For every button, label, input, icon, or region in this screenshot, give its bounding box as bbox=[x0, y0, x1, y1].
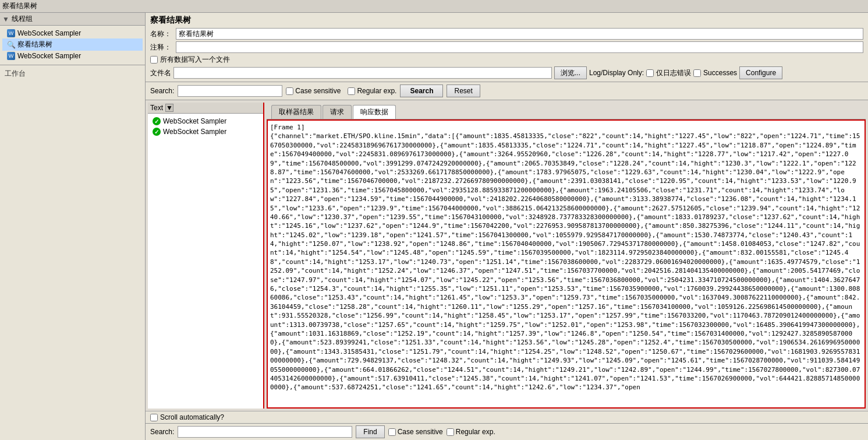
log-errors-checkbox[interactable] bbox=[646, 69, 654, 77]
scroll-auto-row: Scroll automatically? bbox=[146, 411, 868, 423]
websocket-icon-2: W bbox=[7, 52, 15, 60]
bottom-search-label: Search: bbox=[150, 428, 174, 436]
sidebar-section-label: 线程组 bbox=[12, 14, 33, 24]
bottom-case-sensitive-checkbox[interactable] bbox=[388, 428, 396, 436]
find-button[interactable]: Find bbox=[356, 425, 384, 438]
successes-label: Successes bbox=[703, 69, 737, 77]
log-errors-label: 仅日志错误 bbox=[656, 68, 691, 78]
websocket-icon-1: W bbox=[7, 29, 15, 37]
name-row: 名称： bbox=[150, 28, 863, 40]
regular-exp-checkbox[interactable] bbox=[348, 87, 355, 95]
sidebar-item-ws2-label: WebSocket Sampler bbox=[17, 52, 81, 60]
file-checkbox-row: 所有数据写入一个文件 bbox=[150, 55, 863, 65]
content-area: 察看结果树 名称： 注释： 所有数据写入一个文件 文件名 浏览... bbox=[146, 13, 868, 440]
bottom-case-sensitive-option: Case sensitive bbox=[388, 428, 443, 436]
search-input[interactable] bbox=[178, 85, 282, 97]
configure-button[interactable]: Configure bbox=[739, 66, 782, 79]
comment-label: 注释： bbox=[150, 43, 171, 52]
successes-checkbox[interactable] bbox=[693, 69, 701, 77]
thread-group-icon: ▼ bbox=[2, 15, 9, 23]
tab-sampler-result[interactable]: 取样器结果 bbox=[271, 105, 321, 119]
search-bar: Search: Case sensitive Regular exp. Sear… bbox=[146, 82, 868, 100]
sidebar-item-ws2[interactable]: W WebSocket Sampler bbox=[2, 51, 143, 61]
result-content[interactable]: [Frame 1] {"channel":"market.ETH/SPO.kli… bbox=[268, 121, 865, 407]
tree-header-dropdown[interactable]: ▼ bbox=[165, 104, 173, 112]
content-header: 察看结果树 名称： 注释： 所有数据写入一个文件 文件名 浏览... bbox=[146, 13, 868, 82]
file-name-label: 文件名 bbox=[150, 68, 171, 78]
top-bar: 察看结果树 bbox=[0, 0, 868, 13]
sidebar-item-tree1[interactable]: 🔍 察看结果树 bbox=[2, 38, 143, 51]
bottom-case-sensitive-label: Case sensitive bbox=[398, 428, 443, 436]
scroll-auto-checkbox[interactable] bbox=[150, 414, 158, 421]
status-icon-green-2: ✓ bbox=[153, 128, 161, 136]
tab-bar: 取样器结果 请求 响应数据 bbox=[267, 103, 866, 119]
bottom-regular-exp-option: Regular exp. bbox=[447, 428, 495, 436]
name-label: 名称： bbox=[150, 29, 171, 39]
tree-items-list: ✓ WebSocket Sampler ✓ WebSocket Sampler bbox=[148, 114, 263, 139]
panel-area: Text ▼ ✓ WebSocket Sampler ✓ WebSocket S… bbox=[146, 100, 868, 411]
tree-item-ws1-label: WebSocket Sampler bbox=[163, 117, 226, 125]
tab-response-data[interactable]: 响应数据 bbox=[353, 105, 396, 119]
result-tree-icon: 🔍 bbox=[7, 41, 15, 49]
file-input-row: 文件名 浏览... Log/Display Only: 仅日志错误 Succes… bbox=[150, 66, 863, 79]
bottom-regular-exp-label: Regular exp. bbox=[456, 428, 495, 436]
reset-button[interactable]: Reset bbox=[447, 85, 480, 97]
bottom-regular-exp-checkbox[interactable] bbox=[447, 428, 454, 436]
tree-header: Text ▼ bbox=[148, 103, 263, 114]
bottom-search-input[interactable] bbox=[178, 426, 352, 438]
tree-panel: Text ▼ ✓ WebSocket Sampler ✓ WebSocket S… bbox=[148, 103, 264, 409]
result-panel: [Frame 1] {"channel":"market.ETH/SPO.kli… bbox=[267, 119, 866, 409]
case-sensitive-option: Case sensitive bbox=[286, 87, 341, 95]
comment-input[interactable] bbox=[176, 41, 863, 53]
case-sensitive-label: Case sensitive bbox=[295, 87, 341, 95]
tree-item-ws1[interactable]: ✓ WebSocket Sampler bbox=[150, 116, 261, 126]
status-icon-green-1: ✓ bbox=[153, 117, 161, 125]
name-input[interactable] bbox=[176, 28, 863, 40]
content-title: 察看结果树 bbox=[150, 15, 863, 26]
search-button[interactable]: Search bbox=[400, 85, 443, 97]
sidebar-item-ws1[interactable]: W WebSocket Sampler bbox=[2, 28, 143, 38]
tree-item-ws2-label: WebSocket Sampler bbox=[163, 128, 226, 136]
browse-button[interactable]: 浏览... bbox=[554, 66, 587, 79]
sidebar-item-tree1-label: 察看结果树 bbox=[17, 40, 52, 50]
search-options: Case sensitive Regular exp. bbox=[286, 87, 396, 95]
regular-exp-label: Regular exp. bbox=[357, 87, 396, 95]
tab-request[interactable]: 请求 bbox=[323, 105, 352, 119]
top-bar-label: 察看结果树 bbox=[2, 1, 37, 11]
sidebar-tree: W WebSocket Sampler 🔍 察看结果树 W WebSocket … bbox=[0, 26, 145, 64]
sidebar-section-header: ▼ 线程组 bbox=[0, 13, 145, 26]
bottom-search-bar: Search: Find Case sensitive Regular exp. bbox=[146, 423, 868, 440]
sidebar-divider bbox=[0, 65, 145, 65]
sidebar: ▼ 线程组 W WebSocket Sampler 🔍 察看结果树 W WebS… bbox=[0, 13, 146, 440]
sidebar-item-ws1-label: WebSocket Sampler bbox=[17, 29, 81, 37]
file-name-input[interactable] bbox=[173, 67, 552, 79]
scroll-auto-label: Scroll automatically? bbox=[160, 413, 224, 421]
file-checkbox-label: 所有数据写入一个文件 bbox=[160, 55, 230, 65]
tree-item-ws2[interactable]: ✓ WebSocket Sampler bbox=[150, 126, 261, 137]
log-display-label: Log/Display Only: bbox=[589, 69, 644, 77]
workbench-label: 工作台 bbox=[0, 66, 145, 81]
comment-row: 注释： bbox=[150, 41, 863, 53]
search-label: Search: bbox=[150, 87, 174, 95]
tree-header-text: Text bbox=[150, 104, 163, 112]
case-sensitive-checkbox[interactable] bbox=[286, 87, 293, 95]
regular-exp-option: Regular exp. bbox=[348, 87, 396, 95]
file-checkbox[interactable] bbox=[150, 56, 158, 64]
